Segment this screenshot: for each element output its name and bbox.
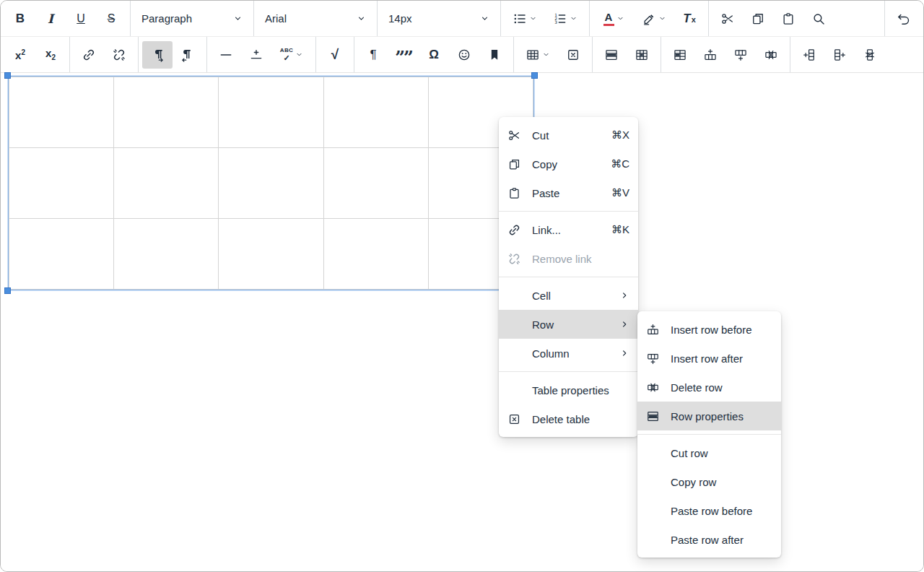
- menu-item-paste[interactable]: Paste ⌘V: [499, 178, 638, 207]
- menu-item-label: Cell: [532, 290, 612, 302]
- menu-item-label: Remove link: [532, 253, 629, 265]
- menu-divider: [499, 277, 638, 277]
- anchor-button[interactable]: [479, 41, 510, 69]
- insert-row-after-icon: [733, 48, 748, 62]
- blockquote-button[interactable]: ””: [388, 41, 419, 69]
- bold-button[interactable]: B: [5, 5, 35, 32]
- highlight-color-button[interactable]: [634, 5, 674, 32]
- menu-item-table-properties[interactable]: Table properties: [499, 376, 638, 404]
- numbered-list-button[interactable]: [545, 5, 585, 32]
- table-cell[interactable]: [219, 77, 323, 148]
- table-cell[interactable]: [9, 148, 114, 219]
- underline-button[interactable]: U: [66, 5, 96, 32]
- clear-formatting-button[interactable]: Tx: [674, 5, 705, 32]
- rtl-direction-button[interactable]: [173, 41, 203, 69]
- table-cell[interactable]: [219, 219, 323, 290]
- menu-item-column[interactable]: Column: [499, 339, 638, 368]
- table-cell[interactable]: [9, 77, 114, 148]
- font-family-select[interactable]: Arial: [258, 5, 373, 32]
- submenu-item-insert-row-before[interactable]: Insert row before: [637, 315, 781, 344]
- menu-shortcut: ⌘K: [611, 223, 629, 236]
- table-cell[interactable]: [323, 77, 428, 148]
- table-cell[interactable]: [114, 148, 219, 219]
- menu-item-cut[interactable]: Cut ⌘X: [499, 121, 638, 150]
- insert-row-before-button[interactable]: [695, 41, 725, 69]
- submenu-item-row-properties[interactable]: Row properties: [637, 402, 781, 430]
- subscript-button[interactable]: x2: [35, 41, 66, 69]
- table-cell[interactable]: [114, 77, 219, 148]
- table-cell[interactable]: [9, 219, 114, 290]
- rtl-paragraph-icon: [180, 48, 195, 62]
- delete-column-button[interactable]: [855, 41, 885, 69]
- block-format-select[interactable]: Paragraph: [134, 5, 250, 32]
- delete-row-icon: [764, 48, 778, 62]
- rich-text-editor-window: B I U S Paragraph Arial 14px A: [0, 0, 924, 572]
- remove-link-button[interactable]: [104, 41, 134, 69]
- undo-button[interactable]: [889, 5, 919, 32]
- horizontal-rule-button[interactable]: [211, 41, 241, 69]
- context-menu: Cut ⌘X Copy ⌘C Paste ⌘V Link... ⌘K Remov…: [499, 117, 638, 437]
- search-button[interactable]: [803, 5, 834, 32]
- cut-button[interactable]: [712, 5, 743, 32]
- menu-item-label: Insert row after: [671, 352, 772, 365]
- table-resize-handle-top-left[interactable]: [4, 72, 11, 79]
- menu-item-cell[interactable]: Cell: [499, 281, 638, 310]
- row-properties-button[interactable]: [596, 41, 627, 69]
- font-size-select[interactable]: 14px: [381, 5, 497, 32]
- table-cell[interactable]: [323, 219, 428, 290]
- submenu-item-insert-row-after[interactable]: Insert row after: [637, 344, 781, 373]
- delete-row-button[interactable]: [756, 41, 786, 69]
- submenu-item-delete-row[interactable]: Delete row: [637, 373, 781, 402]
- special-character-button[interactable]: Ω: [419, 41, 449, 69]
- editor-canvas[interactable]: [1, 73, 923, 572]
- submenu-item-paste-row-before[interactable]: Paste row before: [637, 496, 781, 525]
- toolbar-separator: [513, 37, 514, 72]
- menu-item-delete-table[interactable]: Delete table: [499, 404, 638, 433]
- ltr-direction-button[interactable]: [142, 41, 173, 69]
- merge-cells-button[interactable]: [665, 41, 695, 69]
- menu-item-row[interactable]: Row: [499, 310, 638, 339]
- delete-table-button[interactable]: [558, 41, 588, 69]
- empty-icon-slot: [507, 288, 525, 303]
- table-resize-handle-top-right[interactable]: [531, 72, 538, 79]
- insert-link-button[interactable]: [74, 41, 104, 69]
- menu-item-label: Delete row: [671, 381, 772, 394]
- menu-item-copy[interactable]: Copy ⌘C: [499, 150, 638, 178]
- cell-properties-button[interactable]: [627, 41, 657, 69]
- table-cell[interactable]: [219, 148, 323, 219]
- submenu-item-copy-row[interactable]: Copy row: [637, 467, 781, 496]
- italic-button[interactable]: I: [35, 5, 66, 32]
- strikethrough-icon: S: [108, 12, 116, 25]
- insert-column-after-button[interactable]: [824, 41, 855, 69]
- menu-item-remove-link[interactable]: Remove link: [499, 244, 638, 273]
- superscript-button[interactable]: x2: [5, 41, 35, 69]
- toolbar-separator: [592, 37, 593, 72]
- bullet-list-button[interactable]: [505, 5, 545, 32]
- spellcheck-button[interactable]: ABC✓: [271, 41, 312, 69]
- chevron-right-icon: [619, 319, 629, 329]
- strikethrough-button[interactable]: S: [96, 5, 126, 32]
- formula-button[interactable]: √: [320, 41, 350, 69]
- chevron-down-icon: [480, 14, 489, 23]
- menu-item-link[interactable]: Link... ⌘K: [499, 215, 638, 244]
- table-cell[interactable]: [114, 219, 219, 290]
- insert-column-before-button[interactable]: [794, 41, 824, 69]
- clear-formatting-icon: Tx: [683, 12, 696, 25]
- page-break-button[interactable]: [241, 41, 271, 69]
- chevron-down-icon: [529, 14, 537, 22]
- text-color-button[interactable]: A: [593, 5, 634, 32]
- table-cell[interactable]: [323, 148, 428, 219]
- insert-table-button[interactable]: [518, 41, 558, 69]
- content-table[interactable]: [9, 77, 533, 290]
- paste-button[interactable]: [773, 5, 803, 32]
- copy-button[interactable]: [743, 5, 773, 32]
- insert-row-after-button[interactable]: [725, 41, 756, 69]
- emoticons-button[interactable]: [449, 41, 479, 69]
- subscript-icon: x2: [45, 48, 56, 61]
- toolbar-separator: [377, 1, 378, 36]
- submenu-item-paste-row-after[interactable]: Paste row after: [637, 525, 781, 554]
- submenu-item-cut-row[interactable]: Cut row: [637, 438, 781, 467]
- paragraph-marks-button[interactable]: ¶: [358, 41, 388, 69]
- clipboard-icon: [781, 12, 796, 26]
- table-resize-handle-bottom-left[interactable]: [4, 287, 11, 294]
